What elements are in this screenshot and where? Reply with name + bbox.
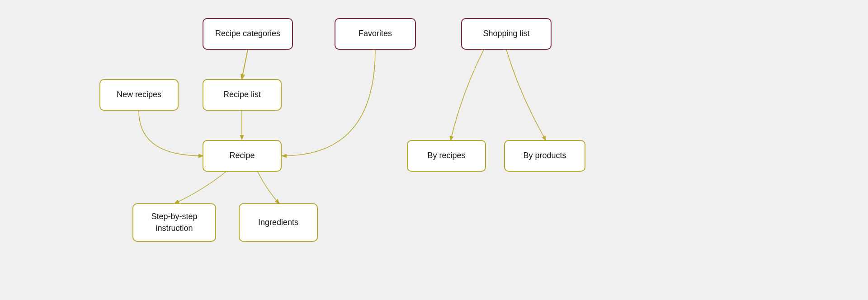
shopping-list-node: Shopping list bbox=[461, 18, 552, 50]
by-recipes-label: By recipes bbox=[427, 150, 465, 161]
recipe-list-label: Recipe list bbox=[223, 89, 261, 100]
svg-line-0 bbox=[242, 50, 248, 79]
new-recipes-node: New recipes bbox=[99, 79, 179, 111]
favorites-label: Favorites bbox=[359, 28, 392, 39]
step-by-step-node: Step-by-stepinstruction bbox=[132, 203, 216, 242]
by-recipes-node: By recipes bbox=[407, 140, 486, 172]
step-by-step-label: Step-by-stepinstruction bbox=[151, 211, 197, 234]
by-products-label: By products bbox=[523, 150, 566, 161]
recipe-list-node: Recipe list bbox=[203, 79, 282, 111]
shopping-list-label: Shopping list bbox=[483, 28, 529, 39]
ingredients-node: Ingredients bbox=[239, 203, 318, 242]
diagram-container: Recipe categories Favorites Shopping lis… bbox=[0, 0, 868, 300]
recipe-label: Recipe bbox=[229, 150, 255, 161]
svg-line-1 bbox=[242, 50, 248, 78]
by-products-node: By products bbox=[504, 140, 585, 172]
recipe-node: Recipe bbox=[203, 140, 282, 172]
new-recipes-label: New recipes bbox=[117, 89, 161, 100]
recipe-categories-label: Recipe categories bbox=[215, 28, 280, 39]
ingredients-label: Ingredients bbox=[258, 217, 298, 228]
recipe-categories-node: Recipe categories bbox=[203, 18, 293, 50]
favorites-node: Favorites bbox=[335, 18, 416, 50]
